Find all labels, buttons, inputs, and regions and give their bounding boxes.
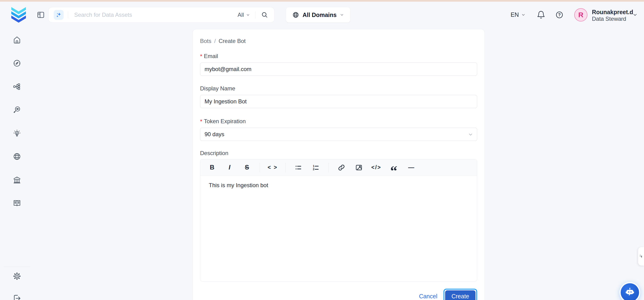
window-top-strip [0, 0, 644, 2]
language-value: EN [511, 11, 519, 18]
user-menu[interactable]: Rounakpreet.d Data Steward [592, 9, 633, 22]
image-button[interactable] [354, 162, 364, 173]
all-domains-label: All Domains [302, 12, 336, 19]
create-button[interactable]: Create [445, 290, 476, 300]
image-icon [355, 164, 363, 171]
chevron-down-icon [468, 132, 473, 137]
compass-icon [13, 59, 21, 68]
svg-text:2: 2 [313, 167, 314, 171]
sidebar-item-discovery[interactable] [13, 105, 21, 114]
italic-icon: I [228, 164, 230, 171]
help-button[interactable]: ? [555, 11, 564, 19]
horizontal-rule-button[interactable]: — [406, 162, 416, 173]
app-root: All All Domains EN ? [0, 0, 644, 300]
panel-left-icon [37, 11, 45, 19]
required-marker: * [200, 118, 202, 124]
token-expiration-label: * Token Expiration [200, 118, 477, 125]
sparkles-icon [56, 12, 62, 18]
search-submit-button[interactable] [260, 11, 269, 19]
horizontal-rule-icon: — [408, 164, 414, 171]
breadcrumb-separator: / [214, 38, 216, 44]
italic-button[interactable]: I [224, 162, 235, 173]
sidebar-item-domains[interactable] [13, 152, 21, 161]
breadcrumb: Bots / Create Bot [200, 38, 477, 44]
sidebar-toggle-button[interactable] [37, 11, 45, 19]
email-field-group: * Email [200, 53, 477, 76]
chevron-down-icon [246, 13, 250, 17]
handle-glyph-icon [640, 254, 643, 259]
global-search-bar: All [48, 7, 274, 23]
numbered-list-button[interactable]: 1 2 [310, 162, 321, 173]
search-divider [68, 11, 68, 19]
search-icon [261, 11, 268, 19]
description-label: Description [200, 150, 477, 157]
inline-code-icon: < > [268, 164, 278, 171]
display-name-field-group: Display Name [200, 85, 477, 108]
globe-icon [292, 11, 299, 19]
chevron-down-icon [340, 13, 344, 17]
link-button[interactable] [336, 162, 346, 173]
user-name: Rounakpreet.d [592, 9, 633, 16]
quote-button[interactable]: “ [388, 162, 399, 173]
search-input[interactable] [74, 12, 238, 18]
email-input[interactable] [200, 63, 477, 76]
bank-icon [13, 176, 21, 184]
breadcrumb-bots-link[interactable]: Bots [200, 38, 211, 44]
create-bot-card: Bots / Create Bot * Email Display Name *… [192, 29, 485, 300]
logout-icon [13, 294, 21, 300]
svg-text:?: ? [558, 13, 561, 17]
display-name-label: Display Name [200, 85, 477, 92]
breadcrumb-current: Create Bot [219, 38, 246, 44]
bullet-list-button[interactable] [293, 162, 304, 173]
ai-search-toggle[interactable] [54, 10, 64, 20]
strikethrough-icon: S [245, 164, 249, 171]
bullet-list-icon [295, 164, 302, 171]
quote-icon: “ [390, 166, 397, 173]
logo-chevrons-icon [11, 7, 26, 23]
bell-icon [537, 11, 545, 19]
search-scope-select[interactable]: All [238, 12, 250, 18]
user-avatar[interactable]: R [574, 8, 588, 22]
lightbulb-icon [13, 129, 21, 138]
side-panel-handle[interactable] [638, 247, 644, 265]
question-circle-icon: ? [555, 11, 564, 19]
sidebar-item-lineage[interactable] [13, 82, 21, 91]
all-domains-selector[interactable]: All Domains [286, 7, 350, 23]
link-icon [338, 164, 345, 171]
globe-icon [13, 152, 21, 161]
app-logo[interactable] [11, 7, 26, 24]
inline-code-button[interactable]: < > [268, 162, 278, 173]
gear-icon [13, 272, 21, 280]
sidebar-item-explore[interactable] [13, 59, 21, 68]
display-name-input[interactable] [200, 95, 477, 108]
token-expiration-select[interactable]: 90 days [200, 128, 477, 141]
token-expiration-label-text: Token Expiration [204, 118, 246, 125]
notifications-button[interactable] [537, 11, 545, 19]
bold-button[interactable]: B [207, 162, 217, 173]
sidebar-item-insights[interactable] [13, 129, 21, 138]
form-actions: Cancel Create [200, 289, 477, 300]
chatbot-launcher-button[interactable] [621, 283, 639, 300]
sidebar-item-glossary[interactable] [13, 199, 21, 207]
sidebar-item-home[interactable] [13, 36, 21, 44]
code-block-icon: </> [371, 164, 381, 171]
sidebar-item-logout[interactable] [13, 294, 21, 300]
numbered-list-icon: 1 2 [312, 164, 319, 171]
user-menu-caret[interactable] [632, 12, 638, 18]
chevron-down-icon [632, 12, 638, 18]
language-selector[interactable]: EN [511, 11, 526, 18]
sidebar-item-govern[interactable] [13, 176, 21, 184]
sidebar-item-settings[interactable] [13, 272, 21, 280]
code-block-button[interactable]: </> [371, 162, 382, 173]
chevron-down-icon [521, 13, 526, 17]
cancel-button[interactable]: Cancel [419, 293, 437, 300]
strikethrough-button[interactable]: S [242, 162, 252, 173]
description-editor-content[interactable]: This is my Ingestion bot [200, 176, 477, 281]
description-field-group: Description B I S < > [200, 150, 477, 281]
sidebar-divider [4, 267, 30, 267]
email-label: * Email [200, 53, 477, 60]
create-button-focus-outline: Create [444, 289, 477, 300]
required-marker: * [200, 53, 202, 59]
toolbar-divider [260, 163, 260, 172]
token-expiration-field-group: * Token Expiration 90 days [200, 118, 477, 141]
